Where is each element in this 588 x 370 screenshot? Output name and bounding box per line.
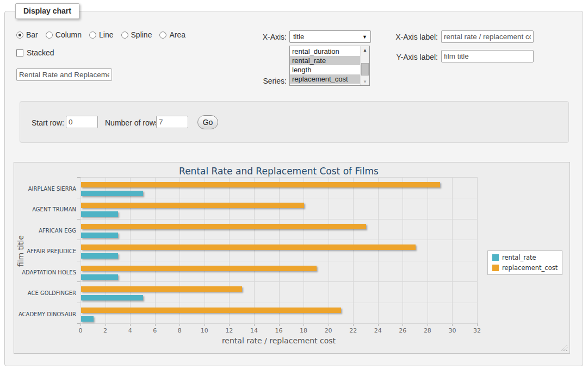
y-tick bbox=[77, 323, 81, 324]
number-of-rows-input[interactable] bbox=[156, 116, 188, 128]
y-axis-label-input[interactable] bbox=[441, 50, 534, 62]
gridline bbox=[229, 177, 230, 323]
scroll-up-icon[interactable]: ▲ bbox=[361, 46, 369, 54]
y-tick bbox=[77, 303, 81, 303]
scroll-down-icon[interactable]: ▼ bbox=[361, 78, 369, 85]
category-label: ADAPTATION HOLES bbox=[14, 269, 76, 275]
x-tick-label: 2 bbox=[95, 327, 116, 334]
x-axis-select[interactable]: title ▼ bbox=[289, 30, 371, 43]
gridline bbox=[205, 177, 205, 323]
gridline bbox=[81, 219, 477, 220]
radio-icon[interactable] bbox=[46, 32, 53, 39]
radio-icon[interactable] bbox=[121, 32, 128, 39]
chart-type-option-column[interactable]: Column bbox=[46, 30, 82, 39]
y-tick bbox=[77, 261, 81, 261]
legend-item-replacement_cost[interactable]: replacement_cost bbox=[492, 264, 558, 272]
row-controls-panel: Start row: Number of rows: Go bbox=[20, 101, 569, 143]
start-row-input[interactable] bbox=[66, 116, 98, 128]
x-axis-select-label: X-Axis: bbox=[235, 33, 287, 41]
gridline bbox=[180, 177, 180, 323]
chart-type-radio-group: BarColumnLineSplineArea bbox=[16, 30, 185, 39]
x-tick-label: 24 bbox=[367, 327, 389, 334]
chart-type-option-line[interactable]: Line bbox=[89, 30, 113, 39]
x-tick-label: 26 bbox=[392, 327, 413, 334]
chart-type-option-bar[interactable]: Bar bbox=[16, 30, 38, 39]
series-option-length[interactable]: length bbox=[290, 65, 360, 74]
series-list-label: Series: bbox=[235, 77, 287, 85]
x-tick-label: 10 bbox=[194, 327, 215, 334]
category-label: ACADEMY DINOSAUR bbox=[14, 311, 76, 317]
x-tick-label: 30 bbox=[441, 327, 463, 334]
radio-icon[interactable] bbox=[89, 32, 96, 39]
legend-item-rental_rate[interactable]: rental_rate bbox=[492, 254, 558, 261]
category-label: AFFAIR PREJUDICE bbox=[14, 248, 76, 254]
radio-label: Spline bbox=[131, 30, 152, 39]
gridline bbox=[81, 261, 477, 261]
scrollbar-thumb[interactable] bbox=[361, 63, 369, 76]
x-axis-title: rental rate / replacement cost bbox=[81, 336, 477, 345]
gridline bbox=[279, 177, 280, 323]
chart-title-input[interactable] bbox=[16, 68, 112, 81]
legend-swatch bbox=[492, 265, 499, 271]
x-tick-label: 16 bbox=[268, 327, 290, 334]
series-options: rental_durationrental_ratelengthreplacem… bbox=[290, 46, 360, 85]
gridline bbox=[329, 177, 329, 323]
radio-icon[interactable] bbox=[159, 32, 166, 39]
radio-label: Line bbox=[99, 30, 113, 39]
legend-swatch bbox=[492, 254, 499, 261]
x-tick-label: 12 bbox=[218, 327, 240, 334]
go-button[interactable]: Go bbox=[197, 115, 218, 129]
radio-label: Column bbox=[55, 30, 82, 39]
legend-label: replacement_cost bbox=[502, 264, 558, 272]
chart-type-option-spline[interactable]: Spline bbox=[121, 30, 152, 39]
chart-legend: rental_ratereplacement_cost bbox=[487, 250, 562, 275]
bar-replacement_cost bbox=[81, 224, 366, 229]
x-tick-label: 32 bbox=[466, 327, 488, 334]
bar-rental_rate bbox=[81, 211, 118, 217]
gridline bbox=[452, 177, 453, 323]
bar-rental_rate bbox=[81, 295, 143, 300]
radio-label: Area bbox=[169, 30, 185, 39]
gridline bbox=[81, 281, 477, 282]
y-tick bbox=[77, 240, 81, 240]
bar-rental_rate bbox=[81, 233, 118, 238]
series-listbox[interactable]: rental_durationrental_ratelengthreplacem… bbox=[289, 46, 370, 86]
series-option-replacement_cost[interactable]: replacement_cost bbox=[290, 74, 360, 84]
x-tick-label: 22 bbox=[342, 327, 364, 334]
radio-label: Bar bbox=[26, 30, 38, 39]
bar-rental_rate bbox=[81, 274, 118, 280]
chart-panel: Rental Rate and Replacement Cost of Film… bbox=[14, 162, 570, 354]
x-tick-label: 8 bbox=[169, 327, 190, 334]
gridline bbox=[81, 240, 477, 240]
chart-type-option-area[interactable]: Area bbox=[159, 30, 185, 39]
category-label: AFRICAN EGG bbox=[14, 228, 76, 234]
series-option-rental_duration[interactable]: rental_duration bbox=[290, 47, 360, 56]
bar-replacement_cost bbox=[81, 203, 304, 208]
x-tick-label: 4 bbox=[119, 327, 141, 334]
x-tick bbox=[477, 323, 478, 326]
stacked-option[interactable]: Stacked bbox=[16, 48, 54, 57]
series-option-rental_rate[interactable]: rental_rate bbox=[290, 56, 360, 65]
category-label: ACE GOLDFINGER bbox=[14, 290, 76, 296]
gridline bbox=[106, 177, 106, 323]
gridline bbox=[81, 323, 477, 324]
x-axis-label-input[interactable] bbox=[441, 30, 534, 43]
radio-icon[interactable] bbox=[16, 32, 23, 39]
gridline bbox=[81, 198, 477, 198]
listbox-scrollbar[interactable]: ▲ ▼ bbox=[360, 46, 369, 85]
gridline bbox=[130, 177, 131, 323]
gridline bbox=[81, 303, 477, 303]
gridline bbox=[353, 177, 354, 323]
x-axis-label-label: X-Axis label: bbox=[383, 33, 438, 41]
bar-replacement_cost bbox=[81, 244, 416, 250]
x-axis-selected-value: title bbox=[293, 33, 362, 41]
chart-title: Rental Rate and Replacement Cost of Film… bbox=[81, 166, 477, 177]
x-tick-label: 6 bbox=[144, 327, 166, 334]
stacked-checkbox[interactable] bbox=[16, 49, 23, 57]
category-label: AIRPLANE SIERRA bbox=[14, 186, 76, 192]
chart-root: Rental Rate and Replacement Cost of Film… bbox=[14, 162, 570, 353]
bar-replacement_cost bbox=[81, 286, 242, 292]
y-tick bbox=[77, 177, 81, 178]
bar-replacement_cost bbox=[81, 182, 440, 187]
gridline bbox=[403, 177, 403, 323]
